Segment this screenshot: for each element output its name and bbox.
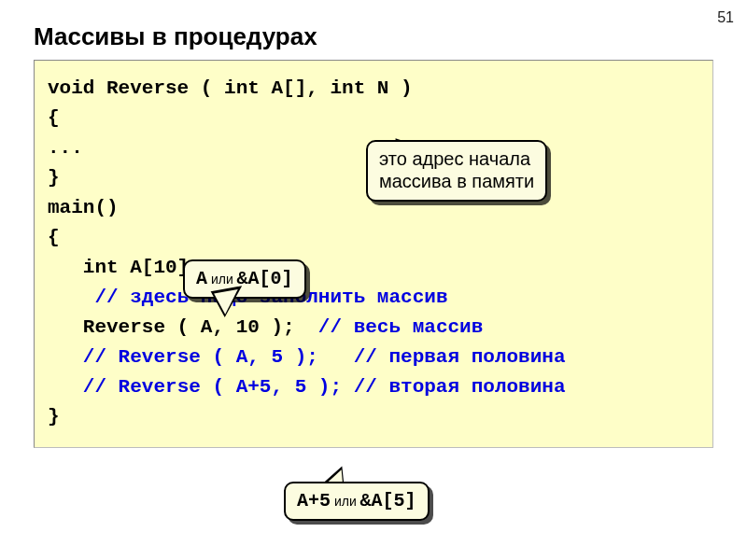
code-line: main() [48, 197, 119, 218]
page-number: 51 [717, 9, 734, 26]
code-line [48, 287, 94, 308]
code-line: { [48, 107, 60, 129]
code-line: void Reverse ( int A[], int N ) [48, 77, 413, 99]
callout-text: или [207, 272, 237, 287]
callout-a5-or-a5: A+5 или &A[5] [284, 482, 430, 521]
code-line: } [48, 406, 60, 427]
code-line [48, 346, 83, 368]
code-line: { [48, 227, 60, 248]
code-line: ... [48, 137, 83, 159]
code-comment: // Reverse ( A, 5 ); // первая половина [83, 346, 566, 368]
callout-text: массива в памяти [379, 170, 534, 192]
callout-address: это адрес начала массива в памяти [366, 140, 547, 202]
code-block: void Reverse ( int A[], int N ) { ... } … [34, 60, 713, 448]
callout-text: или [331, 494, 360, 509]
code-comment: // весь массив [318, 316, 483, 338]
code-line: int A[10]; [48, 257, 201, 278]
callout-code: A [196, 268, 207, 289]
code-line: Reverse ( A, 10 ); [48, 316, 318, 338]
slide-title: Массивы в процедурах [34, 22, 317, 51]
callout-a-or-a0: A или &A[0] [183, 259, 306, 299]
callout-code: &A[5] [360, 490, 416, 511]
code-comment: // Reverse ( A+5, 5 ); // вторая половин… [83, 376, 566, 398]
callout-tail [211, 286, 247, 318]
callout-code: &A[0] [237, 268, 293, 289]
callout-text: это адрес начала [379, 147, 534, 170]
code-line: } [48, 167, 60, 189]
callout-code: A+5 [297, 490, 331, 511]
code-line [48, 376, 83, 398]
